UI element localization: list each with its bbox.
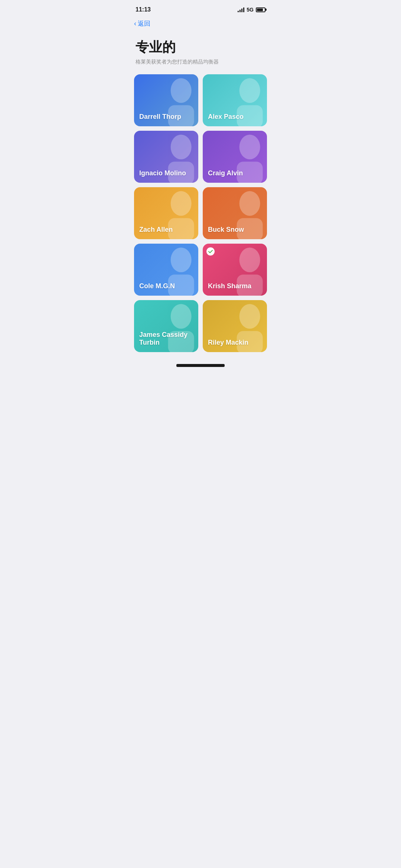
card-krish[interactable]: Krish Sharma	[203, 244, 267, 296]
back-arrow-icon: ‹	[134, 20, 136, 27]
battery-icon	[256, 7, 265, 12]
svg-point-14	[239, 248, 260, 273]
card-label-riley: Riley Mackin	[208, 339, 248, 347]
page-subtitle: 格莱美获奖者为您打造的精品均衡器	[136, 59, 265, 65]
svg-point-6	[239, 135, 260, 160]
card-label-cole: Cole M.G.N	[139, 282, 175, 290]
signal-icon	[238, 7, 244, 12]
svg-point-8	[171, 191, 192, 216]
card-craig[interactable]: Craig Alvin	[203, 131, 267, 183]
cards-grid: Darrell Thorp Alex Pasco Ignacio Molino	[128, 71, 273, 364]
card-alex[interactable]: Alex Pasco	[203, 74, 267, 126]
card-james[interactable]: James Cassidy Turbin	[134, 300, 198, 352]
card-buck[interactable]: Buck Snow	[203, 187, 267, 239]
back-label: 返回	[138, 19, 150, 28]
svg-point-2	[239, 78, 260, 103]
back-nav[interactable]: ‹ 返回	[128, 16, 273, 31]
card-ignacio[interactable]: Ignacio Molino	[134, 131, 198, 183]
svg-point-18	[239, 304, 260, 329]
card-zach[interactable]: Zach Allen	[134, 187, 198, 239]
svg-point-10	[239, 191, 260, 216]
card-label-ignacio: Ignacio Molino	[139, 169, 186, 178]
status-time: 11:13	[136, 6, 151, 13]
svg-point-16	[171, 304, 192, 329]
card-label-zach: Zach Allen	[139, 226, 173, 234]
card-label-craig: Craig Alvin	[208, 169, 243, 178]
svg-point-4	[171, 135, 192, 160]
card-cole[interactable]: Cole M.G.N	[134, 244, 198, 296]
card-riley[interactable]: Riley Mackin	[203, 300, 267, 352]
card-label-alex: Alex Pasco	[208, 113, 244, 121]
page-header: 专业的 格莱美获奖者为您打造的精品均衡器	[128, 31, 273, 71]
svg-point-0	[171, 78, 192, 103]
status-icons: 5G	[238, 7, 265, 13]
svg-point-12	[171, 248, 192, 273]
card-label-darrell: Darrell Thorp	[139, 113, 181, 121]
check-badge	[206, 247, 215, 256]
card-label-krish: Krish Sharma	[208, 282, 251, 290]
card-label-buck: Buck Snow	[208, 226, 244, 234]
home-indicator	[176, 364, 225, 367]
network-label: 5G	[247, 7, 254, 13]
card-label-james: James Cassidy Turbin	[139, 331, 198, 347]
card-darrell[interactable]: Darrell Thorp	[134, 74, 198, 126]
page-title: 专业的	[136, 38, 265, 56]
status-bar: 11:13 5G	[128, 0, 273, 16]
